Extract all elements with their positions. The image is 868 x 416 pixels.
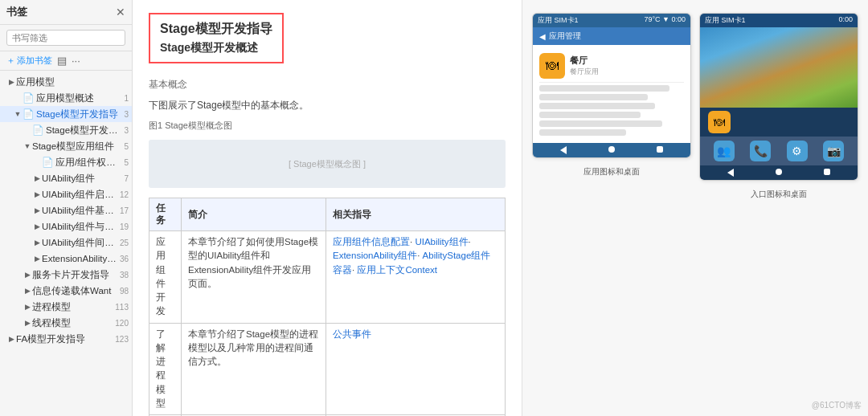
statusbar-left2: 应用 SIM卡1 bbox=[705, 15, 746, 26]
doc-title-sub: Stage模型开发概述 bbox=[160, 41, 272, 55]
sidebar-item-uiability[interactable]: ▶ UIAbility组件 7 bbox=[0, 170, 132, 186]
doc-panel: Stage模型开发指导 Stage模型开发概述 基本概念 下图展示了Stage模… bbox=[133, 0, 522, 416]
sidebar-item-widget-dev[interactable]: ▶ 服务卡片开发指导 38 bbox=[0, 267, 132, 283]
sidebar-item-label: UIAbility组件与UI的数据同步 bbox=[42, 221, 117, 233]
sidebar: 书签 ✕ ＋ 添加书签 ▤ ··· ▶ 应用模型 📄 应用模型概述 1 ▼ 📄 bbox=[0, 0, 133, 416]
sidebar-item-uiability-basic[interactable]: ▶ UIAbility组件基本用法 17 bbox=[0, 202, 132, 218]
link-common-event[interactable]: 公共事件 bbox=[333, 329, 371, 339]
wallpaper-app-icon: 🍽 bbox=[708, 111, 731, 133]
doc-icon: 📄 bbox=[42, 157, 53, 168]
sidebar-item-badge: 98 bbox=[120, 287, 129, 296]
doc-title-main: Stage模型开发指导 bbox=[160, 21, 272, 38]
sidebar-item-uiability-launch[interactable]: ▶ UIAbility组件启动模式 12 bbox=[0, 186, 132, 202]
sidebar-item-badge: 120 bbox=[115, 319, 129, 328]
sidebar-item-extensionability[interactable]: ▶ ExtensionAbility组件 36 bbox=[0, 251, 132, 267]
phone1-label: 应用图标和桌面 bbox=[532, 166, 691, 177]
arrow-icon: ▶ bbox=[23, 270, 32, 279]
sidebar-item-app-model-overview[interactable]: 📄 应用模型概述 1 bbox=[0, 90, 132, 106]
sidebar-item-uiability-sync[interactable]: ▶ UIAbility组件与UI的数据同步 19 bbox=[0, 218, 132, 235]
sidebar-item-badge: 113 bbox=[115, 303, 129, 312]
link-app-config[interactable]: 应用组件信息配置 bbox=[333, 237, 410, 247]
table-cell-links: 公共事件 bbox=[326, 323, 506, 415]
dock-icon-contacts: 👥 bbox=[714, 141, 735, 161]
skeleton-line bbox=[539, 94, 648, 100]
content-area: Stage模型开发指导 Stage模型开发概述 基本概念 下图展示了Stage模… bbox=[133, 0, 868, 416]
sidebar-item-want[interactable]: ▶ 信息传递载体Want 98 bbox=[0, 283, 132, 299]
sidebar-title: 书签 bbox=[6, 5, 27, 19]
sidebar-item-badge: 123 bbox=[115, 335, 129, 344]
phone2-icon-row: 🍽 bbox=[700, 108, 858, 137]
table-row: 了解进程模型 本章节介绍了Stage模型的进程模型以及几种常用的进程间通信方式。… bbox=[149, 323, 506, 415]
sidebar-item-badge: 38 bbox=[120, 271, 129, 279]
sidebar-item-fa-guide[interactable]: ▶ FA模型开发指导 123 bbox=[0, 331, 132, 347]
sidebar-item-thread-model[interactable]: ▶ 线程模型 120 bbox=[0, 315, 132, 331]
sidebar-item-stage-guide[interactable]: ▼ 📄 Stage模型开发指导 3 bbox=[0, 106, 132, 122]
doc-title-box: Stage模型开发指导 Stage模型开发概述 bbox=[149, 13, 284, 63]
phone2-statusbar: 应用 SIM卡1 0:00 bbox=[700, 14, 858, 27]
home-button bbox=[608, 146, 615, 153]
statusbar-right2: 0:00 bbox=[838, 15, 853, 26]
add-bookmark-button[interactable]: ＋ 添加书签 bbox=[6, 55, 52, 67]
arrow-icon: ▶ bbox=[32, 173, 42, 183]
doc-icon: 📄 bbox=[23, 92, 34, 104]
layout-icon[interactable]: ▤ bbox=[57, 55, 67, 67]
arrow-icon: ▶ bbox=[23, 302, 32, 312]
phone-screenshots-area: 应用 SIM卡1 79°C ▼ 0:00 ◀ 应用管理 🍽 餐厅 bbox=[532, 13, 858, 403]
sidebar-item-badge: 12 bbox=[120, 190, 129, 199]
app-name: 餐厅 bbox=[570, 55, 599, 67]
arrow-icon: ▶ bbox=[32, 206, 42, 215]
sidebar-tree: ▶ 应用模型 📄 应用模型概述 1 ▼ 📄 Stage模型开发指导 3 📄 St… bbox=[0, 71, 132, 416]
recents-button bbox=[657, 146, 663, 153]
sidebar-item-stage-components[interactable]: ▼ Stage模型应用组件 5 bbox=[0, 138, 132, 154]
skeleton-line bbox=[539, 103, 655, 109]
link-uiability[interactable]: UIAbility组件 bbox=[415, 237, 468, 247]
app-info: 餐厅 餐厅应用 bbox=[570, 55, 599, 77]
sidebar-item-label: UIAbility组件启动模式 bbox=[42, 189, 117, 201]
search-input[interactable] bbox=[6, 30, 125, 46]
dock-icon-phone: 📞 bbox=[750, 141, 771, 161]
doc-table: 任务 简介 相关指导 应用组件开发 本章节介绍了如何使用Stage模型的UIAb… bbox=[149, 198, 506, 416]
arrow-icon: ▼ bbox=[23, 141, 32, 151]
sidebar-item-app-model[interactable]: ▶ 应用模型 bbox=[0, 74, 132, 90]
sidebar-toolbar: ＋ 添加书签 ▤ ··· bbox=[0, 51, 132, 71]
watermark: @61CTO博客 bbox=[812, 400, 862, 411]
close-icon[interactable]: ✕ bbox=[116, 6, 125, 18]
sidebar-item-process-model[interactable]: ▶ 进程模型 113 bbox=[0, 299, 132, 315]
phone2-wallpaper bbox=[700, 27, 858, 108]
sidebar-item-label: UIAbility组件基本用法 bbox=[42, 205, 117, 217]
sidebar-item-label: 进程模型 bbox=[32, 301, 113, 313]
arrow-icon bbox=[13, 93, 23, 103]
arrow-icon: ▶ bbox=[23, 318, 32, 328]
sidebar-item-app-config[interactable]: 📄 应用/组件权限配置 5 bbox=[0, 154, 132, 170]
statusbar-right: 79°C ▼ 0:00 bbox=[644, 15, 686, 26]
sidebar-item-label: 线程模型 bbox=[32, 317, 113, 329]
sidebar-item-label: Stage模型应用组件 bbox=[32, 141, 121, 153]
dock-icon-camera: 📷 bbox=[823, 141, 844, 161]
table-row: 应用组件开发 本章节介绍了如何使用Stage模型的UIAbility组件和Ext… bbox=[149, 231, 506, 324]
skeleton-line bbox=[539, 112, 641, 118]
phone2-bottombar bbox=[700, 165, 858, 180]
home-button2 bbox=[776, 169, 782, 175]
phone2-dock: 👥 📞 ⚙ 📷 bbox=[700, 137, 858, 165]
figure-placeholder: [ Stage模型概念图 ] bbox=[289, 158, 366, 170]
back-button bbox=[560, 146, 567, 154]
sidebar-item-badge: 1 bbox=[124, 94, 129, 103]
arrow-icon: ▶ bbox=[6, 334, 16, 344]
phone2-label: 入口图标和桌面 bbox=[699, 189, 858, 200]
back-icon[interactable]: ◀ bbox=[539, 32, 546, 41]
sidebar-item-label: ExtensionAbility组件 bbox=[42, 253, 117, 265]
phone2-frame: 应用 SIM卡1 0:00 🍽 👥 📞 bbox=[699, 13, 858, 181]
sidebar-item-uiability-interact[interactable]: ▶ UIAbility组件间交互（设备内） 25 bbox=[0, 235, 132, 251]
link-context[interactable]: 应用上下文Context bbox=[357, 265, 437, 275]
table-header-intro: 简介 bbox=[182, 198, 326, 231]
doc-section-label: 基本概念 bbox=[149, 78, 506, 92]
phone1-frame: 应用 SIM卡1 79°C ▼ 0:00 ◀ 应用管理 🍽 餐厅 bbox=[532, 13, 691, 158]
arrow-icon: ▼ bbox=[13, 109, 23, 119]
right-panel: 应用 SIM卡1 79°C ▼ 0:00 ◀ 应用管理 🍽 餐厅 bbox=[522, 0, 868, 416]
sidebar-item-stage-overview[interactable]: 📄 Stage模型开发概述 3 bbox=[0, 122, 132, 138]
more-icon[interactable]: ··· bbox=[72, 55, 80, 67]
arrow-icon bbox=[32, 157, 42, 167]
link-extensionability[interactable]: ExtensionAbility组件 bbox=[333, 251, 417, 260]
arrow-icon: ▶ bbox=[23, 286, 32, 296]
sidebar-item-label: UIAbility组件间交互（设备内） bbox=[42, 237, 117, 249]
